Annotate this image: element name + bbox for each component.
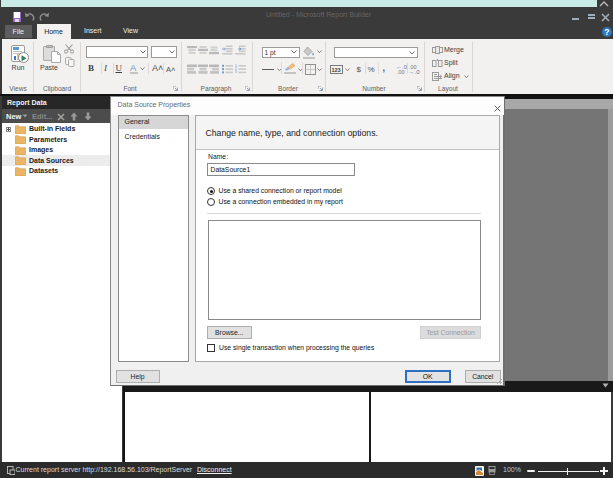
svg-text:3: 3 [235, 70, 237, 74]
